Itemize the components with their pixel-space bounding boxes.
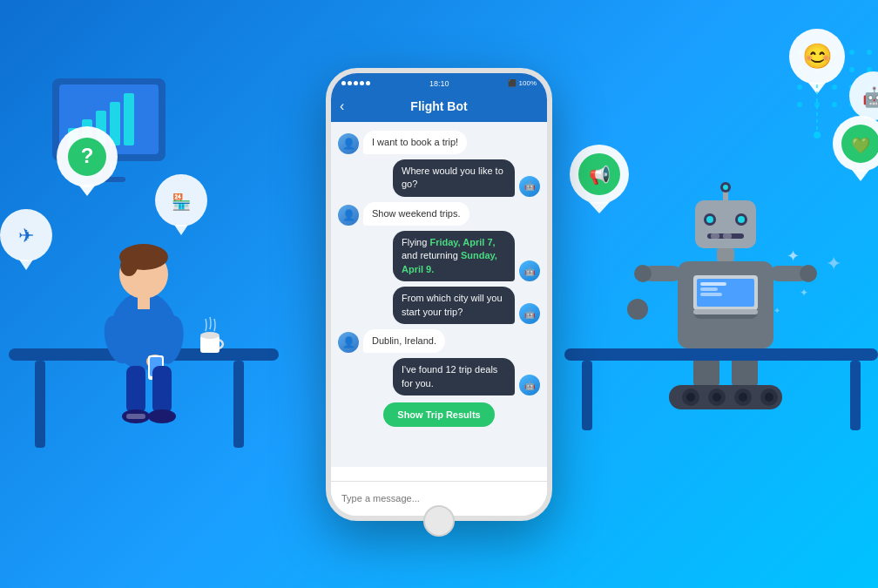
message-2: 🤖 Where would you like to go? [338, 159, 540, 197]
svg-rect-76 [700, 287, 718, 291]
svg-point-69 [723, 185, 728, 190]
bot-avatar-7: 🤖 [519, 375, 540, 395]
svg-point-92 [739, 393, 747, 402]
svg-point-116 [814, 132, 821, 139]
message-bubble-5: From which city will you start your trip… [393, 287, 515, 324]
message-bubble-4: Flying Friday, April 7, and returning Su… [393, 231, 515, 281]
svg-text:😊: 😊 [802, 42, 833, 71]
svg-point-42 [849, 50, 854, 55]
message-6: 👤 Dublin, Ireland. [338, 329, 540, 353]
user-avatar-3: 👤 [338, 205, 359, 226]
message-4: 🤖 Flying Friday, April 7, and returning … [338, 231, 540, 281]
svg-point-51 [832, 84, 837, 90]
svg-point-88 [686, 393, 695, 402]
show-trip-results-button[interactable]: Show Trip Results [383, 402, 494, 427]
chat-title: Flight Bot [410, 99, 467, 113]
svg-point-15 [120, 255, 138, 276]
bot-avatar-5: 🤖 [519, 303, 540, 324]
svg-text:✦: ✦ [800, 287, 808, 299]
svg-text:💚: 💚 [851, 136, 871, 155]
svg-rect-11 [233, 361, 244, 448]
svg-point-81 [627, 299, 648, 320]
back-button[interactable]: ‹ [340, 98, 344, 114]
svg-text:✦: ✦ [773, 306, 780, 315]
svg-point-63 [738, 216, 745, 223]
svg-text:📢: 📢 [589, 165, 611, 186]
svg-rect-78 [693, 309, 758, 314]
svg-marker-38 [174, 225, 188, 235]
svg-rect-70 [717, 248, 734, 261]
message-input[interactable] [341, 493, 537, 504]
svg-point-28 [200, 332, 220, 339]
svg-rect-10 [35, 361, 45, 448]
message-bubble-7: I've found 12 trip deals for you. [393, 358, 515, 395]
svg-marker-35 [19, 260, 33, 270]
svg-rect-77 [700, 293, 722, 296]
chat-messages: 👤 I want to book a trip! 🤖 Where would y… [331, 122, 547, 467]
user-avatar-1: 👤 [338, 133, 359, 154]
highlight-date-1: Friday, April 7, [429, 237, 495, 247]
svg-text:✦: ✦ [826, 253, 841, 274]
svg-point-90 [713, 393, 721, 402]
svg-marker-32 [78, 185, 96, 196]
message-1: 👤 I want to book a trip! [338, 131, 540, 154]
svg-text:✦: ✦ [787, 247, 800, 265]
signal-dots [341, 81, 370, 85]
status-bar: 18:10 ⬛ 100% [331, 73, 547, 94]
svg-rect-96 [582, 361, 592, 430]
svg-point-47 [849, 67, 854, 72]
svg-rect-26 [126, 414, 145, 419]
message-7: 🤖 I've found 12 trip deals for you. [338, 358, 540, 395]
svg-text:🏪: 🏪 [172, 193, 192, 212]
svg-rect-97 [850, 361, 861, 430]
message-5: 🤖 From which city will you start your tr… [338, 287, 540, 324]
left-scene-illustration: ? ✈ 🏪 [0, 0, 314, 588]
message-bubble-3: Show weekend trips. [363, 202, 469, 226]
svg-point-54 [797, 102, 802, 107]
svg-point-49 [797, 84, 802, 90]
bot-avatar-2: 🤖 [519, 176, 540, 197]
message-3: 👤 Show weekend trips. [338, 202, 540, 226]
svg-marker-110 [589, 202, 610, 213]
svg-rect-66 [723, 233, 732, 239]
svg-rect-16 [138, 296, 150, 309]
message-bubble-1: I want to book a trip! [363, 131, 467, 154]
bot-avatar-4: 🤖 [519, 260, 540, 281]
svg-text:?: ? [81, 144, 94, 167]
svg-point-56 [832, 102, 837, 107]
svg-rect-6 [124, 93, 134, 145]
phone-home-button[interactable] [423, 505, 455, 537]
svg-point-80 [634, 265, 652, 282]
svg-point-62 [706, 216, 713, 223]
svg-point-25 [148, 409, 176, 423]
svg-rect-65 [711, 233, 719, 239]
svg-rect-59 [695, 200, 756, 248]
highlight-date-2: Sunday, April 9. [402, 250, 497, 274]
svg-point-94 [765, 393, 773, 402]
message-bubble-6: Dublin, Ireland. [363, 329, 445, 353]
svg-text:✈: ✈ [18, 225, 34, 247]
user-avatar-6: 👤 [338, 332, 359, 353]
phone-mockup: 18:10 ⬛ 100% ‹ Flight Bot 👤 I want to bo… [326, 68, 552, 521]
svg-rect-22 [126, 366, 145, 414]
status-time: 18:10 [429, 79, 449, 88]
phone-body: 18:10 ⬛ 100% ‹ Flight Bot 👤 I want to bo… [326, 68, 552, 521]
svg-rect-23 [152, 366, 172, 414]
chat-header: ‹ Flight Bot [331, 94, 547, 122]
svg-rect-95 [564, 348, 878, 361]
svg-rect-75 [700, 282, 726, 286]
message-bubble-2: Where would you like to go? [393, 159, 515, 197]
right-scene-illustration: ✦ ✦ ✦ ✦ 😊 🤖 📢 💚 [564, 0, 878, 588]
svg-text:🤖: 🤖 [862, 85, 879, 109]
svg-point-83 [800, 265, 817, 282]
svg-point-43 [867, 50, 872, 55]
svg-point-48 [867, 67, 872, 72]
svg-marker-114 [852, 170, 869, 181]
status-battery: ⬛ 100% [508, 79, 537, 87]
